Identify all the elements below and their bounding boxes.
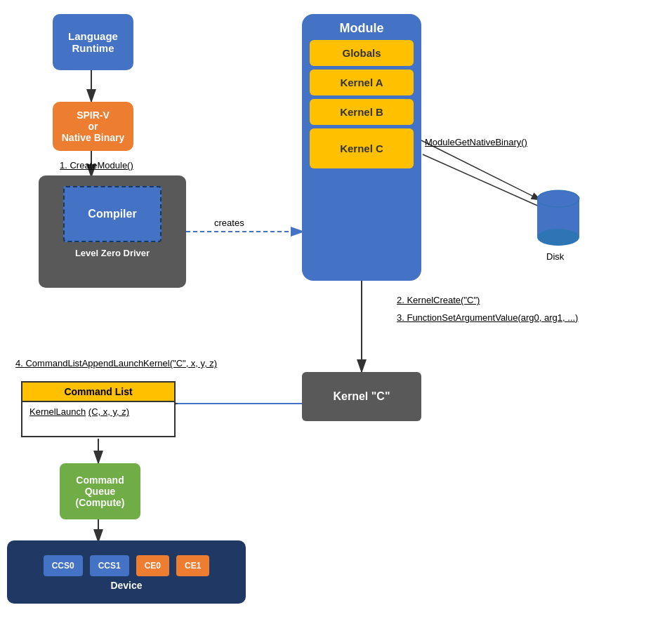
function-set-text: 3. FunctionSetArgumentValue(arg0, arg1, …	[397, 312, 578, 323]
kernel-launch-label: KernelLaunch	[29, 406, 86, 417]
function-set-label: 3. FunctionSetArgumentValue(arg0, arg1, …	[397, 312, 578, 323]
create-module-label: 1. CreateModule()	[60, 160, 133, 171]
compiler-label: Compiler	[88, 208, 136, 220]
chip-ccs0: CCS0	[44, 555, 83, 576]
module-get-native-binary-text: ModuleGetNativeBinary()	[425, 137, 527, 147]
lzd-label-text: Level Zero Driver	[75, 248, 150, 258]
svg-line-6	[421, 140, 541, 200]
command-list-header: Command List	[22, 383, 174, 402]
command-list-container: Command List KernelLaunch (C, x, y, z)	[21, 381, 176, 437]
module-get-native-binary-label: ModuleGetNativeBinary()	[425, 137, 527, 147]
svg-line-7	[423, 154, 541, 207]
device-chips: CCS0 CCS1 CE0 CE1	[44, 555, 210, 576]
kernel-c-label: Kernel "C"	[334, 390, 390, 403]
lzd-label: Level Zero Driver	[75, 248, 150, 258]
device-container: CCS0 CCS1 CE0 CE1 Device	[7, 540, 246, 604]
module-kernel-a: Kernel A	[310, 69, 414, 95]
spirv-box: SPIR-V or Native Binary	[53, 102, 133, 151]
device-label: Device	[110, 580, 142, 591]
language-runtime-box: Language Runtime	[53, 14, 133, 70]
disk-svg	[534, 186, 583, 249]
create-module-text: 1. CreateModule()	[60, 160, 133, 171]
kernel-create-label: 2. KernelCreate("C")	[397, 295, 480, 305]
diagram: Language Runtime SPIR-V or Native Binary…	[0, 0, 672, 631]
module-title: Module	[340, 21, 384, 36]
chip-ccs1: CCS1	[90, 555, 129, 576]
svg-point-15	[537, 190, 579, 207]
module-kernel-c: Kernel C	[310, 128, 414, 168]
lzd-container: Compiler Level Zero Driver	[39, 175, 186, 288]
kernel-c-box: Kernel "C"	[302, 372, 421, 421]
compiler-box: Compiler	[63, 186, 162, 242]
device-label-text: Device	[110, 580, 142, 591]
kernel-create-text: 2. KernelCreate("C")	[397, 295, 480, 305]
module-kernel-b: Kernel B	[310, 99, 414, 125]
chip-ce1: CE1	[176, 555, 209, 576]
creates-label: creates	[214, 218, 244, 228]
creates-text: creates	[214, 218, 244, 228]
module-container: Module Globals Kernel A Kernel B Kernel …	[302, 14, 421, 281]
kernel-launch-args: (C, x, y, z)	[88, 406, 129, 417]
language-runtime-label: Language Runtime	[68, 30, 118, 54]
chip-ce0: CE0	[136, 555, 169, 576]
command-queue-label: Command Queue (Compute)	[76, 474, 125, 508]
disk-label-text: Disk	[546, 251, 564, 262]
command-list-header-text: Command List	[64, 386, 132, 397]
disk-label: Disk	[546, 251, 564, 262]
module-globals: Globals	[310, 40, 414, 66]
command-list-body: KernelLaunch (C, x, y, z)	[22, 402, 174, 421]
command-list-append-label: 4. CommandListAppendLaunchKernel("C", x,…	[15, 358, 217, 368]
command-queue-box: Command Queue (Compute)	[60, 463, 140, 519]
svg-point-14	[537, 229, 579, 246]
command-list-append-text: 4. CommandListAppendLaunchKernel("C", x,…	[15, 358, 217, 368]
spirv-label: SPIR-V or Native Binary	[62, 109, 124, 143]
module-title-text: Module	[340, 21, 384, 35]
